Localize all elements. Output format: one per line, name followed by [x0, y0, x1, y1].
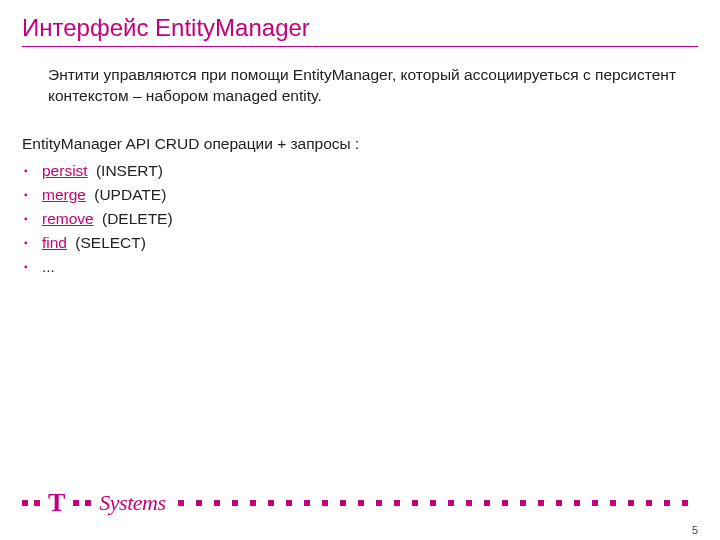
brand-square-icon [412, 500, 418, 506]
brand-square-icon [574, 500, 580, 506]
footer: T Systems [22, 490, 698, 520]
op-text: (UPDATE) [90, 186, 166, 203]
brand-square-icon [340, 500, 346, 506]
list-item: remove (DELETE) [24, 207, 698, 231]
brand-dots-row [178, 500, 699, 506]
brand-square-icon [682, 500, 688, 506]
brand-square-icon [520, 500, 526, 506]
brand-square-icon [286, 500, 292, 506]
brand-square-icon [646, 500, 652, 506]
brand-systems-text: Systems [97, 490, 167, 516]
brand-square-icon [85, 500, 91, 506]
brand-square-icon [394, 500, 400, 506]
op-link-remove[interactable]: remove [42, 210, 94, 227]
brand-square-icon [358, 500, 364, 506]
brand-square-icon [34, 500, 40, 506]
op-text: (INSERT) [92, 162, 163, 179]
list-item: ... [24, 255, 698, 279]
brand-square-icon [196, 500, 202, 506]
brand-t-mark: T [46, 490, 67, 516]
brand-square-icon [178, 500, 184, 506]
page-title: Интерфейс EntityManager [22, 14, 698, 47]
brand-square-icon [232, 500, 238, 506]
brand-square-icon [628, 500, 634, 506]
brand-square-icon [376, 500, 382, 506]
intro-paragraph: Энтити управляются при помощи EntityMana… [48, 65, 688, 107]
brand-square-icon [73, 500, 79, 506]
op-text: (SELECT) [71, 234, 146, 251]
op-text: ... [42, 258, 55, 275]
brand-square-icon [466, 500, 472, 506]
operations-list: persist (INSERT) merge (UPDATE) remove (… [22, 159, 698, 279]
brand-logo: T Systems [22, 490, 698, 516]
brand-square-icon [304, 500, 310, 506]
brand-square-icon [322, 500, 328, 506]
brand-square-icon [214, 500, 220, 506]
op-text: (DELETE) [98, 210, 173, 227]
op-link-merge[interactable]: merge [42, 186, 86, 203]
brand-square-icon [268, 500, 274, 506]
op-link-persist[interactable]: persist [42, 162, 88, 179]
brand-square-icon [502, 500, 508, 506]
brand-square-icon [250, 500, 256, 506]
brand-square-icon [22, 500, 28, 506]
brand-square-icon [610, 500, 616, 506]
brand-square-icon [556, 500, 562, 506]
brand-square-icon [538, 500, 544, 506]
brand-square-icon [484, 500, 490, 506]
brand-square-icon [664, 500, 670, 506]
op-link-find[interactable]: find [42, 234, 67, 251]
brand-square-icon [430, 500, 436, 506]
api-heading: EntityManager API CRUD операции + запрос… [22, 135, 698, 153]
brand-square-icon [592, 500, 598, 506]
list-item: persist (INSERT) [24, 159, 698, 183]
list-item: find (SELECT) [24, 231, 698, 255]
list-item: merge (UPDATE) [24, 183, 698, 207]
brand-square-icon [448, 500, 454, 506]
page-number: 5 [692, 524, 698, 536]
